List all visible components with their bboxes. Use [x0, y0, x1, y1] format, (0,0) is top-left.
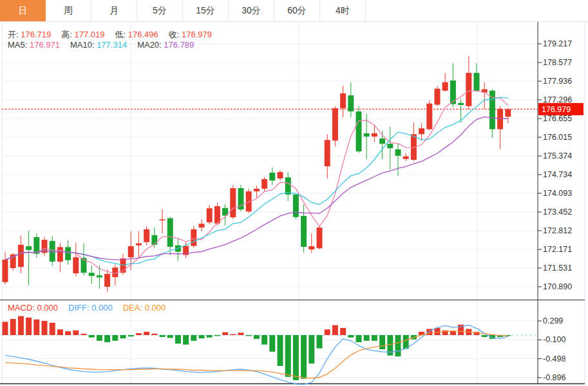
tab-30min[interactable]: 30分	[229, 0, 274, 21]
candle-body	[89, 273, 95, 276]
close-value: 176.979	[179, 30, 212, 39]
candle-body	[332, 108, 338, 140]
tab-60min[interactable]: 60分	[274, 0, 320, 21]
macd-hist-bar	[435, 328, 441, 335]
dea-value: 0.000	[142, 303, 166, 313]
tab-month[interactable]: 月	[91, 0, 137, 21]
macd-hist-bar	[199, 335, 205, 338]
candle-body	[317, 227, 323, 248]
ma-row-ma5: MA5: 176.971	[8, 40, 60, 50]
grid-layer	[0, 22, 585, 384]
period-tabbar: 日周月5分15分30分60分4时	[0, 0, 588, 22]
candle-body	[254, 189, 260, 191]
candle-body	[348, 95, 354, 111]
candle-body	[466, 73, 471, 106]
macd-hist-bar	[340, 328, 346, 335]
price-axis-tick: 172.812	[543, 226, 572, 235]
candle-body	[379, 139, 385, 144]
ma-info-row: MA5: 176.971MA10: 177.314MA20: 176.789	[8, 40, 204, 50]
candle-body	[104, 274, 110, 287]
candle-body	[261, 179, 267, 189]
macd-hist-bar	[144, 332, 149, 335]
candle-body	[474, 73, 480, 91]
macd-hist-bar	[356, 335, 362, 342]
macd-hist-bar	[160, 335, 166, 337]
macd-hist-bar	[450, 331, 456, 335]
candle-body	[435, 89, 441, 105]
macd-hist-bar	[372, 335, 377, 341]
candle-body	[387, 144, 393, 148]
tab-15min[interactable]: 15分	[183, 0, 229, 21]
macd-hist-bar	[18, 316, 24, 335]
macd-hist-bar	[293, 335, 299, 380]
macd-hist-bar	[104, 335, 110, 342]
chart-canvas[interactable]: 179.217178.577177.936177.296176.655176.0…	[0, 0, 588, 386]
macd-hist-bar	[89, 335, 95, 338]
tab-day[interactable]: 日	[0, 0, 46, 21]
price-pane	[2, 56, 538, 291]
candle-body	[167, 218, 173, 247]
ohlc-row-low: 低: 176.496	[115, 30, 158, 39]
macd-hist-bar	[42, 321, 48, 335]
macd-hist-bar	[175, 335, 181, 343]
candle-body	[230, 188, 236, 217]
tab-5min[interactable]: 5分	[137, 0, 183, 21]
dea-label: DEA:	[123, 303, 142, 313]
candle-body	[207, 208, 213, 222]
price-axis-tick: 174.093	[543, 189, 572, 198]
macd-hist-bar	[73, 331, 79, 335]
ma20-value: 176.789	[162, 40, 194, 50]
candle-body	[3, 260, 8, 282]
ma10-value: 177.314	[95, 40, 128, 50]
candle-body	[356, 111, 362, 151]
macd-row-macd: MACD: 0.000	[8, 303, 58, 313]
macd-hist-bar	[10, 319, 16, 335]
low-label: 低:	[115, 30, 126, 39]
macd-hist-bar	[207, 335, 213, 338]
candle-body	[97, 275, 102, 277]
candle-body	[144, 229, 149, 242]
macd-hist-bar	[238, 333, 244, 335]
close-label: 收:	[169, 30, 180, 39]
macd-row-dea: DEA: 0.000	[123, 303, 166, 313]
macd-hist-bar	[261, 335, 267, 345]
macd-hist-bar	[254, 335, 260, 339]
macd-hist-bar	[325, 329, 330, 335]
candle-body	[285, 177, 291, 195]
candle-body	[293, 195, 299, 217]
ma20-label: MA20:	[137, 40, 162, 50]
price-axis-tick: 176.655	[543, 114, 572, 123]
macd-hist-bar	[332, 325, 338, 335]
macd-hist-bar	[81, 334, 87, 335]
candle-body	[325, 140, 330, 166]
candle-body	[505, 109, 511, 117]
candle-body	[426, 104, 432, 130]
high-label: 高:	[61, 30, 72, 39]
macd-hist-bar	[136, 333, 142, 335]
tab-4hour[interactable]: 4时	[320, 0, 366, 21]
macd-hist-bar	[65, 331, 71, 335]
candle-body	[199, 224, 205, 227]
open-label: 开:	[8, 30, 19, 39]
macd-hist-bar	[26, 318, 32, 335]
candle-body	[395, 150, 401, 156]
macd-hist-bar	[33, 320, 39, 335]
macd-hist-bar	[50, 323, 55, 335]
ma5-label: MA5:	[8, 40, 27, 50]
price-axis-tick: 177.936	[543, 77, 572, 86]
ma5-line	[5, 91, 508, 274]
candle-body	[128, 246, 134, 257]
high-value: 177.019	[72, 30, 105, 39]
price-axis-tick: 178.577	[543, 58, 572, 67]
macd-hist-bar	[112, 335, 118, 341]
macd-hist-bar	[301, 335, 307, 379]
macd-hist-bar	[269, 335, 275, 352]
macd-hist-bar	[364, 335, 370, 341]
candle-body	[458, 103, 464, 105]
candle-body	[419, 128, 424, 134]
price-axis-tick: 170.890	[543, 282, 572, 291]
diff-value: 0.000	[90, 303, 113, 313]
kline-app: 179.217178.577177.936177.296176.655176.0…	[0, 0, 588, 386]
tab-week[interactable]: 周	[46, 0, 91, 21]
macd-axis-tick: -0.100	[543, 335, 565, 344]
